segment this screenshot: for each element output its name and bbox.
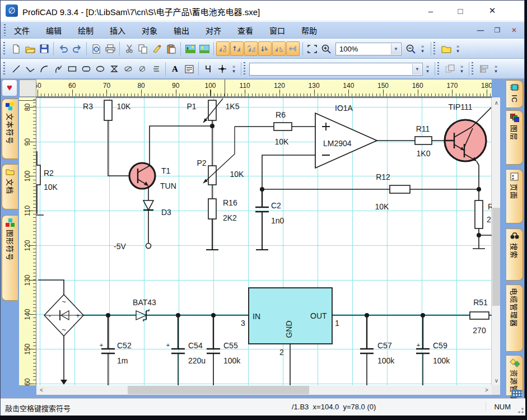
folder-icon bbox=[6, 167, 15, 176]
zoom-out-button[interactable] bbox=[404, 42, 418, 56]
bezier-tool[interactable] bbox=[51, 62, 65, 76]
line-tool[interactable] bbox=[9, 62, 23, 76]
crossed-ellipse-tool[interactable] bbox=[121, 62, 135, 76]
hourglass-tool[interactable] bbox=[107, 62, 121, 76]
mirror-left-button[interactable] bbox=[286, 41, 300, 56]
format-painter-button[interactable] bbox=[150, 42, 164, 56]
tab-pages[interactable]: 页面 bbox=[506, 169, 523, 223]
toolbar-grip[interactable] bbox=[244, 62, 245, 76]
toolbar-overflow-chevron[interactable]: »▾ bbox=[454, 41, 461, 56]
menu-draw[interactable]: 绘制 bbox=[73, 23, 98, 38]
rotate-left-button[interactable] bbox=[216, 41, 230, 56]
undo-button[interactable] bbox=[56, 42, 70, 56]
menu-edit[interactable]: 编辑 bbox=[41, 23, 66, 38]
ellipse-tool[interactable] bbox=[93, 62, 107, 76]
menu-align[interactable]: 对齐 bbox=[201, 23, 226, 38]
tab-cable-manager[interactable]: 电缆管理器 bbox=[506, 284, 523, 352]
layers-icon bbox=[510, 114, 519, 123]
close-button[interactable]: ✕ bbox=[483, 3, 502, 18]
mdi-restore-button[interactable]: ❐ bbox=[492, 25, 503, 35]
component-label: ~ bbox=[62, 325, 66, 334]
rounded-rectangle-tool[interactable] bbox=[79, 62, 93, 76]
insert-picture-button[interactable] bbox=[183, 42, 197, 56]
new-button[interactable] bbox=[9, 42, 23, 56]
title-bar[interactable]: ∅ ProfiCAD 9.3.4 - [D:\LibSam\7\cn\S\电子产… bbox=[1, 1, 524, 21]
mirror-horizontal-button[interactable] bbox=[272, 41, 286, 56]
zoom-level-combobox[interactable]: 100% ▼ bbox=[335, 43, 402, 55]
arc-tool[interactable] bbox=[37, 62, 51, 76]
grid-icon[interactable] bbox=[511, 390, 523, 398]
flip-vertical-button[interactable] bbox=[230, 41, 244, 56]
toolbar-overflow-chevron[interactable]: »▾ bbox=[230, 62, 237, 76]
paste-button[interactable] bbox=[164, 42, 178, 56]
chevron-down-icon[interactable]: ▼ bbox=[412, 64, 422, 74]
crossed-circle-tool[interactable] bbox=[135, 62, 149, 76]
zoom-selection-button[interactable] bbox=[305, 42, 319, 56]
tab-search[interactable]: 搜索 bbox=[506, 228, 523, 281]
tab-text-symbols[interactable]: 文本符号 bbox=[2, 99, 18, 159]
copy-button[interactable] bbox=[136, 42, 150, 56]
horizontal-scroll-thumb[interactable] bbox=[128, 386, 309, 394]
chevron-down-icon[interactable]: ▼ bbox=[391, 44, 400, 54]
picture-export-button[interactable] bbox=[197, 42, 211, 56]
toolbar-grip[interactable] bbox=[3, 42, 5, 55]
toolbar-overflow-chevron[interactable]: »▾ bbox=[492, 62, 500, 76]
mdi-minimize-button[interactable]: — bbox=[475, 25, 486, 35]
favorites-button[interactable]: ♥ bbox=[2, 80, 17, 96]
scroll-right-icon[interactable]: > bbox=[483, 385, 491, 395]
menu-object[interactable]: 对象 bbox=[137, 23, 162, 38]
vertical-scroll-thumb[interactable] bbox=[492, 208, 501, 306]
symbols-library-button[interactable] bbox=[439, 42, 453, 56]
align-button[interactable] bbox=[477, 62, 491, 76]
toolbar-grip[interactable] bbox=[4, 24, 6, 35]
tab-ic[interactable]: IC bbox=[506, 80, 523, 108]
cut-button[interactable] bbox=[122, 42, 136, 56]
symbol-search-combobox[interactable]: ▼ bbox=[249, 63, 423, 76]
junction-tool[interactable] bbox=[215, 62, 229, 76]
print-button[interactable] bbox=[103, 42, 117, 56]
text-block-tool[interactable] bbox=[182, 62, 196, 76]
text-tool[interactable]: A bbox=[168, 62, 182, 76]
toolbar-overflow-chevron[interactable]: »▾ bbox=[419, 41, 426, 56]
horizontal-scrollbar[interactable]: < > bbox=[36, 385, 492, 395]
polyline-tool[interactable] bbox=[23, 62, 37, 76]
rectangle-tool[interactable] bbox=[65, 62, 79, 76]
tab-label: 搜索 bbox=[509, 243, 520, 259]
toolbar-grip[interactable] bbox=[472, 62, 473, 76]
lines-tool[interactable] bbox=[149, 62, 163, 76]
menu-help[interactable]: 帮助 bbox=[297, 23, 321, 38]
resize-grip[interactable] bbox=[517, 407, 524, 414]
toolbar-grip[interactable] bbox=[3, 62, 5, 76]
open-button[interactable] bbox=[23, 42, 37, 56]
toolbar-grip[interactable] bbox=[437, 62, 439, 76]
menu-file[interactable]: 文件 bbox=[10, 23, 34, 38]
save-button[interactable] bbox=[37, 42, 51, 56]
scroll-left-icon[interactable]: < bbox=[38, 385, 45, 395]
toolbar-overflow-chevron[interactable]: »▾ bbox=[458, 62, 465, 76]
maximize-button[interactable]: □ bbox=[451, 3, 470, 18]
ruler-number: 80 bbox=[137, 82, 144, 90]
schematic-canvas[interactable]: R310KP11K5R610KIO1ALM2904R111K0TIP111R21… bbox=[36, 97, 492, 385]
redo-button[interactable] bbox=[70, 42, 84, 56]
tab-layers[interactable]: 图层 bbox=[506, 110, 523, 165]
menu-window[interactable]: 窗口 bbox=[265, 23, 290, 38]
print-preview-button[interactable] bbox=[89, 42, 103, 56]
tab-graphic-symbols[interactable]: 图形符号 bbox=[2, 215, 18, 301]
menu-output[interactable]: 输出 bbox=[169, 23, 194, 38]
mdi-close-button[interactable]: ✕ bbox=[509, 25, 520, 35]
group-button[interactable] bbox=[443, 62, 457, 76]
tab-label: 图形符号 bbox=[5, 230, 16, 261]
component-label: - bbox=[49, 311, 51, 320]
flip-down-button[interactable] bbox=[258, 41, 272, 56]
minimize-button[interactable]: – bbox=[421, 3, 440, 18]
component-label: + bbox=[76, 312, 80, 320]
toolbar-grip[interactable] bbox=[433, 42, 435, 55]
component-label: R51 bbox=[473, 298, 488, 307]
menu-insert[interactable]: 插入 bbox=[105, 23, 130, 38]
menu-view[interactable]: 查看 bbox=[233, 23, 258, 38]
rotate-right-button[interactable] bbox=[244, 41, 258, 56]
toolbar-overflow-chevron[interactable]: »▾ bbox=[424, 62, 431, 76]
connection-tool[interactable] bbox=[201, 62, 215, 76]
zoom-in-button[interactable] bbox=[319, 42, 333, 56]
tab-documents[interactable]: 文档 bbox=[2, 164, 18, 209]
